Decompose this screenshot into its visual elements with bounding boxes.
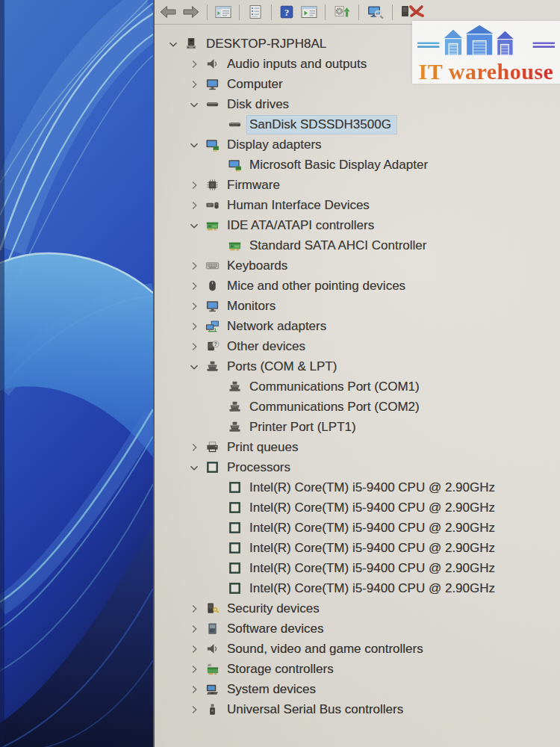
tree-item-label[interactable]: Microsoft Basic Display Adapter	[247, 156, 433, 174]
tree-item-label[interactable]: DESKTOP-RJPH8AL	[204, 35, 332, 53]
help-button[interactable]: ?	[278, 2, 296, 22]
tree-item-label[interactable]: Monitors	[225, 297, 281, 315]
chevron-down-icon[interactable]	[184, 460, 204, 475]
chevron-right-icon[interactable]	[184, 279, 204, 294]
tree-item-label[interactable]: System devices	[225, 681, 321, 698]
tree-item-label[interactable]: Display adapters	[225, 136, 327, 154]
tree-item-label[interactable]: Intel(R) Core(TM) i5-9400 CPU @ 2.90GHz	[247, 539, 500, 557]
it-warehouse-logo: IT warehouse	[412, 21, 560, 84]
tree-item-label[interactable]: Universal Serial Bus controllers	[225, 701, 408, 719]
chevron-down-icon[interactable]	[184, 137, 204, 152]
tree-item-label[interactable]: Disk drives	[225, 96, 294, 114]
tree-item-label[interactable]: Network adapters	[225, 317, 332, 335]
tree-item-label[interactable]: Processors	[225, 459, 296, 477]
chevron-right-icon[interactable]	[184, 178, 204, 193]
chevron-right-icon[interactable]	[184, 77, 204, 92]
chevron-right-icon[interactable]	[184, 622, 204, 636]
tree-row[interactable]: Intel(R) Core(TM) i5-9400 CPU @ 2.90GHz	[155, 578, 560, 598]
tree-item-label[interactable]: Intel(R) Core(TM) i5-9400 CPU @ 2.90GHz	[247, 479, 500, 497]
tree-row[interactable]: Security devices	[155, 598, 560, 619]
tree-item-label[interactable]: SanDisk SDSSDH3500G	[247, 116, 396, 134]
tree-row[interactable]: Ports (COM & LPT)	[155, 356, 560, 376]
chevron-right-icon[interactable]	[184, 258, 204, 273]
chevron-right-icon[interactable]	[184, 662, 204, 677]
back-button[interactable]	[158, 2, 178, 22]
tree-item-label[interactable]: Printer Port (LPT1)	[247, 418, 361, 436]
port-icon	[226, 400, 243, 415]
tree-row[interactable]: Firmware	[155, 175, 560, 195]
tree-row[interactable]: SanDisk SDSSDH3500G	[155, 114, 560, 134]
tree-item-label[interactable]: Keyboards	[225, 257, 293, 275]
tree-row[interactable]: Microsoft Basic Display Adapter	[155, 155, 560, 175]
tree-row[interactable]: Intel(R) Core(TM) i5-9400 CPU @ 2.90GHz	[155, 538, 560, 558]
tree-row[interactable]: Standard SATA AHCI Controller	[155, 235, 560, 255]
tree-item-label[interactable]: Computer	[225, 75, 288, 93]
tree-row[interactable]: Printer Port (LPT1)	[155, 417, 560, 437]
tree-item-label[interactable]: Other devices	[225, 338, 311, 356]
tree-item-label[interactable]: Communications Port (COM2)	[247, 398, 425, 416]
tree-item-label[interactable]: Intel(R) Core(TM) i5-9400 CPU @ 2.90GHz	[247, 580, 500, 598]
chevron-down-icon[interactable]	[184, 97, 204, 112]
uninstall-device-button[interactable]	[399, 2, 427, 22]
tree-row[interactable]: Intel(R) Core(TM) i5-9400 CPU @ 2.90GHz	[155, 518, 560, 538]
chevron-right-icon[interactable]	[184, 702, 204, 717]
tree-row[interactable]: Keyboards	[155, 255, 560, 276]
chevron-right-icon[interactable]	[184, 642, 204, 657]
tree-item-label[interactable]: Sound, video and game controllers	[225, 640, 429, 658]
tree-row[interactable]: Intel(R) Core(TM) i5-9400 CPU @ 2.90GHz	[155, 498, 560, 518]
tree-row[interactable]: Disk drives	[155, 94, 560, 114]
tree-row[interactable]: Universal Serial Bus controllers	[155, 699, 560, 719]
tree-row[interactable]: Display adapters	[155, 134, 560, 155]
tree-row[interactable]: Sound, video and game controllers	[155, 639, 560, 659]
tree-item-label[interactable]: Security devices	[225, 600, 325, 618]
tree-row[interactable]: Communications Port (COM2)	[155, 397, 560, 417]
show-hide-action-pane-button[interactable]	[299, 2, 319, 22]
tree-item-label[interactable]: Human Interface Devices	[225, 196, 375, 214]
tree-row[interactable]: Human Interface Devices	[155, 195, 560, 215]
forward-button[interactable]	[181, 2, 201, 22]
tree-row[interactable]: Intel(R) Core(TM) i5-9400 CPU @ 2.90GHz	[155, 558, 560, 578]
tree-item-label[interactable]: Intel(R) Core(TM) i5-9400 CPU @ 2.90GHz	[247, 499, 500, 517]
tree-item-label[interactable]: Print queues	[225, 438, 303, 456]
chevron-right-icon[interactable]	[184, 57, 204, 72]
keyboard-icon	[204, 258, 220, 273]
tree-row[interactable]: ?Other devices	[155, 336, 560, 356]
tree-row[interactable]: Storage controllers	[155, 659, 560, 679]
chevron-down-icon[interactable]	[184, 218, 204, 233]
tree-item-label[interactable]: Standard SATA AHCI Controller	[247, 237, 432, 255]
tree-item-label[interactable]: Software devices	[225, 620, 329, 638]
chevron-right-icon[interactable]	[184, 319, 204, 334]
chevron-right-icon[interactable]	[184, 299, 204, 314]
tree-row[interactable]: Network adapters	[155, 316, 560, 336]
tree-row[interactable]: Print queues	[155, 437, 560, 457]
tree-row[interactable]: Processors	[155, 457, 560, 477]
tree-item-label[interactable]: Communications Port (COM1)	[247, 378, 425, 396]
tree-item-label[interactable]: Ports (COM & LPT)	[225, 358, 342, 376]
tree-item-label[interactable]: Intel(R) Core(TM) i5-9400 CPU @ 2.90GHz	[247, 519, 500, 537]
tree-row[interactable]: Communications Port (COM1)	[155, 376, 560, 397]
chevron-right-icon[interactable]	[184, 339, 204, 354]
tree-row[interactable]: Mice and other pointing devices	[155, 276, 560, 296]
chevron-down-icon[interactable]	[164, 37, 183, 52]
chevron-right-icon[interactable]	[184, 440, 204, 455]
tree-row[interactable]: Monitors	[155, 296, 560, 316]
scan-hardware-changes-button[interactable]	[365, 2, 386, 22]
show-hide-console-tree-button[interactable]	[214, 2, 233, 22]
chevron-right-icon[interactable]	[184, 198, 204, 213]
tree-row[interactable]: Software devices	[155, 619, 560, 639]
tree-item-label[interactable]: Storage controllers	[225, 660, 339, 678]
properties-button[interactable]	[246, 2, 265, 22]
tree-row[interactable]: Intel(R) Core(TM) i5-9400 CPU @ 2.90GHz	[155, 477, 560, 498]
tree-row[interactable]: IDE ATA/ATAPI controllers	[155, 215, 560, 235]
tree-item-label[interactable]: Mice and other pointing devices	[225, 277, 411, 295]
update-driver-button[interactable]	[332, 2, 352, 22]
tree-item-label[interactable]: Firmware	[225, 176, 285, 194]
properties-icon	[246, 4, 264, 19]
chevron-down-icon[interactable]	[184, 359, 204, 374]
tree-item-label[interactable]: Audio inputs and outputs	[225, 55, 372, 73]
tree-item-label[interactable]: Intel(R) Core(TM) i5-9400 CPU @ 2.90GHz	[247, 560, 500, 577]
chevron-right-icon[interactable]	[184, 601, 204, 616]
tree-item-label[interactable]: IDE ATA/ATAPI controllers	[225, 217, 379, 235]
tree-row[interactable]: System devices	[155, 679, 560, 699]
chevron-right-icon[interactable]	[184, 682, 204, 697]
